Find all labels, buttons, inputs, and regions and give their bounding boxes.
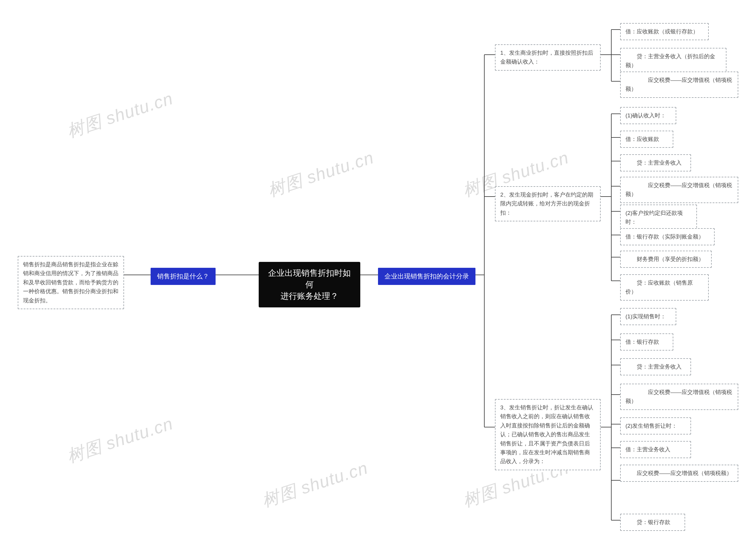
group1-title: 1、发生商业折扣时，直接按照折扣后金额确认收入：: [495, 44, 601, 71]
watermark: 树图 shutu.cn: [64, 412, 176, 468]
root-node[interactable]: 企业出现销售折扣时如何 进行账务处理？: [259, 262, 360, 308]
group3-item: 应交税费——应交增值税（销项税额）: [620, 465, 738, 482]
what-is-desc: 销售折扣是商品销售折扣是指企业在赊销和商业信用的情况下，为了推销商品和及早收回销…: [18, 256, 124, 309]
group2-title: 2、发生现金折扣时，客户在约定的期限内完成转账，给对方开出的现金折扣：: [495, 186, 601, 221]
entries-title-node[interactable]: 企业出现销售折扣的会计分录: [378, 268, 475, 285]
group2-item: 财务费用（享受的折扣额）: [620, 250, 712, 268]
group3-item: 贷：银行存款: [620, 514, 685, 531]
group2-item: 借：应收账款: [620, 131, 673, 148]
group2-item: 贷：应收账款（销售原价）: [620, 274, 709, 301]
group2-item: (1)确认收入时：: [620, 107, 676, 124]
group2-item: 借：银行存款（实际到账金额）: [620, 228, 715, 245]
watermark: 树图 shutu.cn: [259, 456, 371, 513]
group3-item: 应交税费——应交增值税（销项税额）: [620, 384, 738, 410]
what-is-node[interactable]: 销售折扣是什么？: [151, 268, 216, 285]
group1-item: 应交税费——应交增值税（销项税额）: [620, 71, 738, 98]
group3-item: (2)发生销售折让时：: [620, 417, 691, 435]
group2-item: (2)客户按约定归还款项时：: [620, 204, 697, 231]
group3-title: 3、发生销售折让时，折让发生在确认销售收入之前的，则应在确认销售收入时直接按扣除…: [495, 399, 601, 470]
group1-item: 借：应收账款（或银行存款）: [620, 23, 709, 40]
watermark: 树图 shutu.cn: [265, 146, 377, 202]
group2-item: 应交税费——应交增值税（销项税额）: [620, 177, 738, 203]
group1-item: 贷：主营业务收入（折扣后的金额）: [620, 48, 726, 74]
group3-item: 贷：主营业务收入: [620, 358, 691, 375]
group3-item: (1)实现销售时：: [620, 308, 676, 325]
watermark: 树图 shutu.cn: [64, 87, 176, 143]
group2-item: 贷：主营业务收入: [620, 154, 691, 171]
group3-item: 借：银行存款: [620, 334, 673, 351]
group3-item: 借：主营业务收入: [620, 441, 691, 458]
